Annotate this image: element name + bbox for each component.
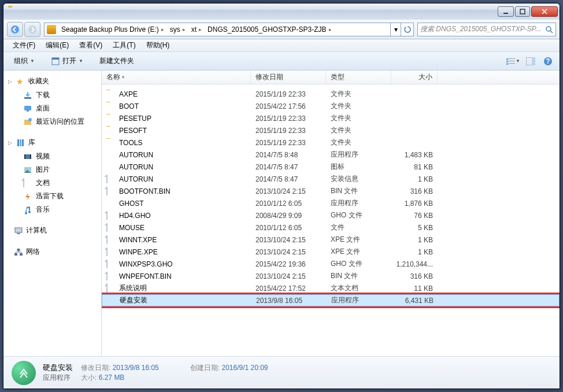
sidebar-computer[interactable]: 计算机: [3, 223, 101, 238]
file-date: 2015/1/19 22:33: [251, 139, 326, 147]
file-row[interactable]: 系统说明2015/4/22 17:52文本文档11 KB: [102, 282, 560, 294]
svg-rect-27: [30, 154, 31, 159]
help-button[interactable]: ?: [541, 54, 555, 68]
refresh-button[interactable]: [401, 23, 413, 36]
file-name: PESETUP: [119, 114, 151, 123]
sidebar-libraries[interactable]: ▷库: [3, 135, 101, 150]
sidebar-item-recent[interactable]: 最近访问的位置: [3, 115, 101, 128]
file-type: 安装信息: [326, 174, 391, 184]
file-type: BIN 文件: [326, 271, 391, 281]
file-icon: [106, 260, 116, 269]
file-row[interactable]: WNPEFONT.BIN2013/10/24 2:15BIN 文件316 KB: [102, 270, 560, 282]
file-row[interactable]: 硬盘安装2013/9/8 16:05应用程序6,431 KB: [102, 294, 560, 306]
col-size[interactable]: 大小: [391, 71, 438, 84]
library-icon: [16, 138, 25, 147]
explorer-window: Seagate Backup Plus Drive (E:)▸ sys▸ xt▸…: [3, 3, 560, 389]
back-button[interactable]: [7, 22, 23, 37]
sidebar-item-music[interactable]: 音乐: [3, 203, 101, 216]
svg-rect-32: [14, 253, 17, 256]
new-folder-button[interactable]: 新建文件夹: [94, 54, 140, 68]
file-icon: [106, 235, 116, 245]
file-row[interactable]: WINXPSP3.GHO2015/4/22 19:36GHO 文件1,210,3…: [102, 258, 560, 270]
forward-button[interactable]: [24, 22, 40, 37]
titlebar[interactable]: [3, 3, 560, 20]
file-name: AUTORUN: [119, 151, 153, 159]
file-row[interactable]: MOUSE2010/1/12 6:05文件5 KB: [102, 221, 560, 234]
file-date: 2015/4/22 19:36: [251, 260, 326, 268]
file-row[interactable]: PESETUP2015/1/19 22:33文件夹: [102, 112, 560, 124]
col-date[interactable]: 修改日期: [251, 71, 326, 84]
sidebar-item-videos[interactable]: 视频: [3, 150, 101, 163]
file-row[interactable]: BOOT2015/4/22 17:56文件夹: [102, 100, 560, 112]
col-type[interactable]: 类型: [326, 71, 391, 84]
file-icon: [106, 223, 116, 232]
nav-bar: Seagate Backup Plus Drive (E:)▸ sys▸ xt▸…: [3, 20, 560, 39]
col-name[interactable]: 名称▾: [102, 71, 251, 84]
menu-help[interactable]: 帮助(H): [142, 39, 175, 51]
file-row[interactable]: HD4.GHO2008/4/29 9:09GHO 文件76 KB: [102, 209, 560, 221]
file-row[interactable]: AUTORUN2014/7/5 8:47安装信息1 KB: [102, 173, 560, 185]
file-size: 6,431 KB: [392, 297, 438, 305]
sidebar-item-pictures[interactable]: 图片: [3, 163, 101, 176]
crumb-3[interactable]: DNGS_2015005_GHOSTXP-SP3-ZJB▸: [205, 23, 334, 36]
file-date: 2014/7/5 8:47: [251, 163, 326, 171]
search-input[interactable]: 搜索 DNGS_2015005_GHOSTXP-SP...: [417, 23, 556, 36]
menu-tools[interactable]: 工具(T): [108, 39, 140, 51]
file-row[interactable]: WINNT.XPE2013/10/24 2:15XPE 文件1 KB: [102, 234, 560, 246]
file-date: 2013/9/8 16:05: [251, 297, 327, 305]
sidebar-item-downloads[interactable]: 下载: [3, 88, 101, 102]
svg-point-2: [11, 25, 19, 34]
crumb-2[interactable]: xt▸: [188, 23, 205, 36]
file-date: 2013/10/24 2:15: [251, 187, 326, 195]
sidebar-item-thunder[interactable]: 迅雷下载: [3, 190, 101, 203]
crumb-1[interactable]: sys▸: [167, 23, 188, 36]
maximize-button[interactable]: [515, 6, 530, 17]
svg-rect-11: [506, 63, 508, 65]
video-icon: [23, 152, 32, 161]
view-mode-button[interactable]: ▼: [506, 54, 520, 68]
file-size: 81 KB: [391, 163, 438, 171]
file-date: 2015/1/19 22:33: [251, 114, 326, 123]
details-type: 应用程序: [43, 373, 71, 383]
file-row[interactable]: TOOLS2015/1/19 22:33文件夹: [102, 136, 560, 149]
sidebar-item-documents[interactable]: 文档: [3, 176, 101, 190]
svg-rect-0: [503, 13, 508, 14]
open-button[interactable]: 打开▼: [45, 54, 89, 68]
file-row[interactable]: BOOTFONT.BIN2013/10/24 2:15BIN 文件316 KB: [102, 185, 560, 197]
file-size: 316 KB: [391, 272, 438, 280]
file-icon: [106, 150, 116, 160]
file-icon: [106, 162, 116, 172]
file-date: 2015/4/22 17:56: [251, 102, 326, 110]
sidebar-network[interactable]: 网络: [3, 245, 101, 259]
desktop-icon: [23, 104, 32, 113]
file-name: WINPE.XPE: [119, 248, 158, 256]
crumb-0[interactable]: Seagate Backup Plus Drive (E:)▸: [58, 23, 167, 36]
organize-button[interactable]: 组织▼: [8, 54, 40, 68]
svg-rect-1: [520, 9, 525, 14]
file-size: 316 KB: [391, 187, 438, 195]
file-date: 2010/1/12 6:05: [251, 224, 326, 232]
menu-edit[interactable]: 编辑(E): [41, 39, 73, 51]
address-dropdown[interactable]: ▾: [390, 23, 401, 36]
svg-rect-19: [27, 110, 29, 112]
menu-view[interactable]: 查看(V): [75, 39, 107, 51]
file-name: AUTORUN: [119, 163, 153, 171]
file-row[interactable]: GHOST2010/1/12 6:05应用程序1,876 KB: [102, 197, 560, 209]
close-button[interactable]: [531, 6, 558, 17]
file-row[interactable]: PESOFT2015/1/19 22:33文件夹: [102, 124, 560, 136]
menu-file[interactable]: 文件(F): [8, 39, 40, 51]
sidebar-item-desktop[interactable]: 桌面: [3, 102, 101, 115]
file-row[interactable]: AUTORUN2014/7/5 8:47图标81 KB: [102, 161, 560, 173]
file-icon: [106, 211, 116, 220]
svg-text:?: ?: [546, 57, 550, 65]
star-icon: ★: [16, 77, 25, 86]
address-bar[interactable]: Seagate Backup Plus Drive (E:)▸ sys▸ xt▸…: [44, 23, 414, 36]
preview-pane-button[interactable]: [524, 54, 538, 68]
file-row[interactable]: AUTORUN2014/7/5 8:48应用程序1,483 KB: [102, 149, 560, 161]
file-row[interactable]: WINPE.XPE2013/10/24 2:15XPE 文件1 KB: [102, 246, 560, 258]
file-list[interactable]: AXPE2015/1/19 22:33文件夹BOOT2015/4/22 17:5…: [102, 84, 560, 356]
minimize-button[interactable]: [498, 6, 514, 17]
file-row[interactable]: AXPE2015/1/19 22:33文件夹: [102, 88, 560, 100]
sidebar-favorites[interactable]: ▷★收藏夹: [3, 74, 101, 88]
file-type: 应用程序: [327, 295, 392, 305]
